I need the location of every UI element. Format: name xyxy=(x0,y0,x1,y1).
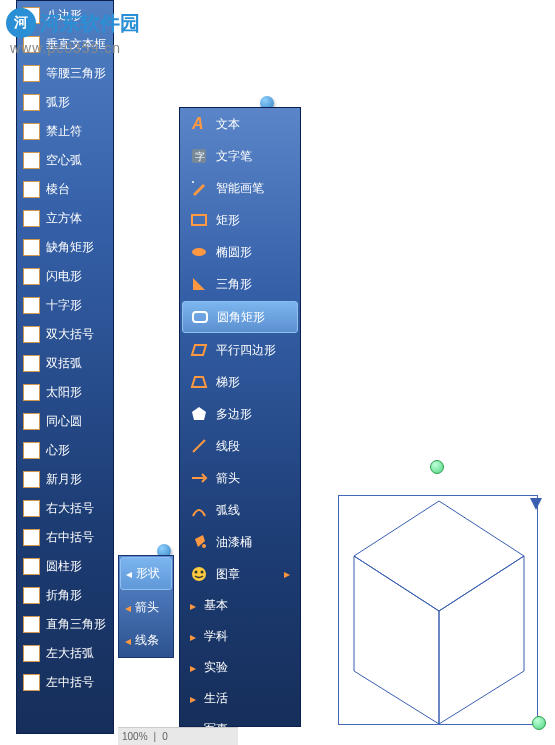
shape-item-isosceles-triangle[interactable]: 等腰三角形 xyxy=(17,59,113,88)
tool-text[interactable]: A文本 xyxy=(180,108,300,140)
rounded-rect-icon xyxy=(191,308,209,326)
chevron-right-icon: ▸ xyxy=(190,661,196,675)
bucket-icon xyxy=(190,533,208,551)
triangle-icon xyxy=(190,275,208,293)
svg-text:A: A xyxy=(191,115,204,132)
tool-parallelogram[interactable]: 平行四边形 xyxy=(180,334,300,366)
tool-stamp[interactable]: 图章▸ xyxy=(180,558,300,590)
svg-point-11 xyxy=(195,571,198,574)
category-life[interactable]: ▸生活 xyxy=(180,683,300,714)
shape-item-cylinder[interactable]: 圆柱形 xyxy=(17,552,113,581)
shape-item-folded-corner[interactable]: 折角形 xyxy=(17,581,113,610)
tool-text-pen[interactable]: 字文字笔 xyxy=(180,140,300,172)
cube-shape[interactable] xyxy=(339,496,539,726)
chevron-left-icon: ◂ xyxy=(126,567,132,581)
tool-smart-pen[interactable]: 智能画笔 xyxy=(180,172,300,204)
tool-triangle[interactable]: 三角形 xyxy=(180,268,300,300)
rectangle-icon xyxy=(190,211,208,229)
drawing-canvas[interactable] xyxy=(328,460,546,730)
selection-box[interactable] xyxy=(338,495,538,725)
right-bracket-icon xyxy=(23,529,40,546)
text-pen-icon: 字 xyxy=(190,147,208,165)
shape-item-concentric[interactable]: 同心圆 xyxy=(17,407,113,436)
shape-item-double-brace[interactable]: 双大括号 xyxy=(17,320,113,349)
line-icon xyxy=(190,437,208,455)
left-brace-icon xyxy=(23,645,40,662)
shape-item-arc[interactable]: 弧形 xyxy=(17,88,113,117)
shape-item-crescent[interactable]: 新月形 xyxy=(17,465,113,494)
svg-point-10 xyxy=(192,567,206,581)
tool-line[interactable]: 线段 xyxy=(180,430,300,462)
resize-handle[interactable] xyxy=(532,716,546,730)
shape-item-sun[interactable]: 太阳形 xyxy=(17,378,113,407)
cross-icon xyxy=(23,297,40,314)
shape-item-double-bracket[interactable]: 双括弧 xyxy=(17,349,113,378)
shape-item-cross[interactable]: 十字形 xyxy=(17,291,113,320)
shape-list-panel[interactable]: 八边形 垂直文本框 等腰三角形 弧形 禁止符 空心弧 棱台 立方体 缺角矩形 闪… xyxy=(16,0,114,734)
category-basic[interactable]: ▸基本 xyxy=(180,590,300,621)
shape-item-right-brace[interactable]: 右大括号 xyxy=(17,494,113,523)
mini-item-lines[interactable]: ◂线条 xyxy=(119,624,173,657)
shape-item-left-brace[interactable]: 左大括弧 xyxy=(17,639,113,668)
shape-item-cube[interactable]: 立方体 xyxy=(17,204,113,233)
tool-rectangle[interactable]: 矩形 xyxy=(180,204,300,236)
rotate-handle[interactable] xyxy=(430,460,444,474)
hollow-arc-icon xyxy=(23,152,40,169)
tool-arc[interactable]: 弧线 xyxy=(180,494,300,526)
shape-item-vertical-textbox[interactable]: 垂直文本框 xyxy=(17,30,113,59)
svg-point-3 xyxy=(192,181,194,183)
shape-item-lightning[interactable]: 闪电形 xyxy=(17,262,113,291)
tool-trapezoid[interactable]: 梯形 xyxy=(180,366,300,398)
shape-item-octagon[interactable]: 八边形 xyxy=(17,1,113,30)
chevron-right-icon: ▸ xyxy=(190,630,196,644)
tool-polygon[interactable]: 多边形 xyxy=(180,398,300,430)
shape-item-left-bracket[interactable]: 左中括号 xyxy=(17,668,113,697)
category-subject[interactable]: ▸学科 xyxy=(180,621,300,652)
chevron-left-icon: ◂ xyxy=(125,634,131,648)
arrow-icon xyxy=(190,469,208,487)
cube-icon xyxy=(23,210,40,227)
right-brace-icon xyxy=(23,500,40,517)
parallelogram-icon xyxy=(190,341,208,359)
zoom-value: 100% xyxy=(122,731,148,742)
svg-rect-4 xyxy=(192,215,206,225)
left-bracket-icon xyxy=(23,674,40,691)
svg-rect-6 xyxy=(193,312,207,322)
tool-rounded-rect[interactable]: 圆角矩形 xyxy=(182,301,298,333)
cylinder-icon xyxy=(23,558,40,575)
tool-arrow[interactable]: 箭头 xyxy=(180,462,300,494)
shape-item-heart[interactable]: 心形 xyxy=(17,436,113,465)
svg-marker-13 xyxy=(354,501,524,611)
folded-corner-icon xyxy=(23,587,40,604)
chevron-left-icon: ◂ xyxy=(125,601,131,615)
arc-shape-icon xyxy=(23,94,40,111)
smart-pen-icon xyxy=(190,179,208,197)
lightning-icon xyxy=(23,268,40,285)
vertical-textbox-icon xyxy=(23,36,40,53)
tool-bucket[interactable]: 油漆桶 xyxy=(180,526,300,558)
category-experiment[interactable]: ▸实验 xyxy=(180,652,300,683)
tool-panel: A文本 字文字笔 智能画笔 矩形 椭圆形 三角形 圆角矩形 平行四边形 梯形 多… xyxy=(179,107,301,727)
dropdown-handle[interactable] xyxy=(530,498,542,510)
svg-point-5 xyxy=(192,248,206,256)
shape-item-prohibition[interactable]: 禁止符 xyxy=(17,117,113,146)
chevron-right-icon: ▸ xyxy=(284,567,290,581)
polygon-icon xyxy=(190,405,208,423)
shape-item-hollow-arc[interactable]: 空心弧 xyxy=(17,146,113,175)
svg-point-12 xyxy=(201,571,204,574)
mini-item-arrows[interactable]: ◂箭头 xyxy=(119,591,173,624)
crescent-icon xyxy=(23,471,40,488)
shape-item-right-triangle[interactable]: 直角三角形 xyxy=(17,610,113,639)
mini-item-shapes[interactable]: ◂形状 xyxy=(120,557,172,590)
shape-item-right-bracket[interactable]: 右中括号 xyxy=(17,523,113,552)
svg-text:字: 字 xyxy=(195,151,205,162)
frustum-icon xyxy=(23,181,40,198)
svg-marker-15 xyxy=(439,556,524,724)
ellipse-icon xyxy=(190,243,208,261)
double-brace-icon xyxy=(23,326,40,343)
shape-item-notched-rect[interactable]: 缺角矩形 xyxy=(17,233,113,262)
shape-item-frustum[interactable]: 棱台 xyxy=(17,175,113,204)
svg-line-7 xyxy=(193,440,205,452)
tool-ellipse[interactable]: 椭圆形 xyxy=(180,236,300,268)
right-triangle-icon xyxy=(23,616,40,633)
